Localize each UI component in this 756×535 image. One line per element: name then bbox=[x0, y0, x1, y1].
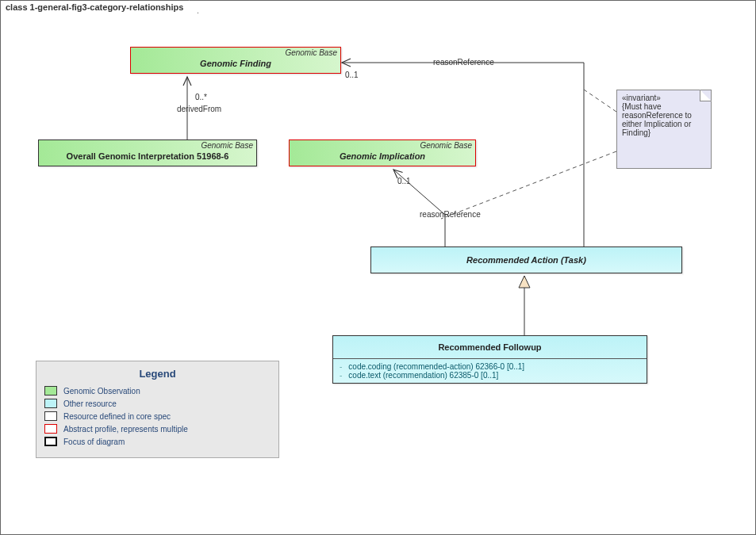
legend-item: Focus of diagram bbox=[44, 437, 271, 446]
class-genomic-implication: Genomic Base Genomic Implication bbox=[289, 139, 476, 166]
legend-item: Resource defined in core spec bbox=[44, 411, 271, 421]
legend-item: Abstract profile, represents multiple bbox=[44, 424, 271, 434]
class-title: Overall Genomic Interpretation 51968-6 bbox=[39, 150, 256, 166]
note-stereotype: «invariant» bbox=[622, 94, 706, 102]
legend-title: Legend bbox=[44, 368, 271, 380]
class-recommended-followup: Recommended Followup -code.coding (recom… bbox=[332, 335, 647, 384]
diagram-frame: class 1-general-fig3-category-relationsh… bbox=[0, 0, 756, 535]
swatch-red-border-icon bbox=[44, 424, 57, 434]
legend-item: Other resource bbox=[44, 399, 271, 408]
legend-item: Genomic Observation bbox=[44, 386, 271, 396]
swatch-black-border-icon bbox=[44, 411, 57, 421]
attribute: code.coding (recommended-action) 62366-0… bbox=[348, 362, 524, 371]
edge-mult-derivedfrom: 0..* bbox=[195, 93, 207, 101]
frame-title: class 1-general-fig3-category-relationsh… bbox=[0, 0, 198, 13]
svg-line-2 bbox=[584, 90, 616, 112]
note-text: {Must have reasonReference to either Imp… bbox=[622, 102, 706, 137]
class-title: Genomic Implication bbox=[290, 150, 475, 166]
stereotype-label: Genomic Base bbox=[131, 48, 340, 57]
edge-mult-reasonref1: 0..1 bbox=[345, 71, 359, 79]
note-fold-icon bbox=[700, 90, 712, 101]
class-title: Recommended Followup bbox=[333, 336, 647, 358]
class-recommended-action: Recommended Action (Task) bbox=[370, 246, 682, 273]
attributes-compartment: -code.coding (recommended-action) 62366-… bbox=[333, 358, 647, 383]
swatch-green-icon bbox=[44, 386, 57, 396]
swatch-thick-border-icon bbox=[44, 437, 57, 446]
edge-label-reasonref2: reasonReference bbox=[420, 210, 481, 219]
edge-label-reasonref1: reasonReference bbox=[433, 58, 494, 67]
swatch-cyan-icon bbox=[44, 399, 57, 408]
class-title: Recommended Action (Task) bbox=[371, 247, 681, 273]
constraint-note: «invariant» {Must have reasonReference t… bbox=[616, 90, 712, 169]
edge-mult-reasonref2: 0..1 bbox=[397, 177, 411, 185]
legend: Legend Genomic Observation Other resourc… bbox=[36, 361, 279, 458]
class-title: Genomic Finding bbox=[131, 57, 340, 73]
stereotype-label: Genomic Base bbox=[290, 140, 475, 150]
stereotype-label: Genomic Base bbox=[39, 140, 256, 150]
class-overall-interpretation: Genomic Base Overall Genomic Interpretat… bbox=[38, 139, 257, 166]
edge-label-derivedfrom: derivedFrom bbox=[177, 105, 221, 113]
attribute: code.text (recommendation) 62385-0 [0..1… bbox=[348, 371, 498, 380]
class-genomic-finding: Genomic Base Genomic Finding bbox=[130, 47, 341, 74]
